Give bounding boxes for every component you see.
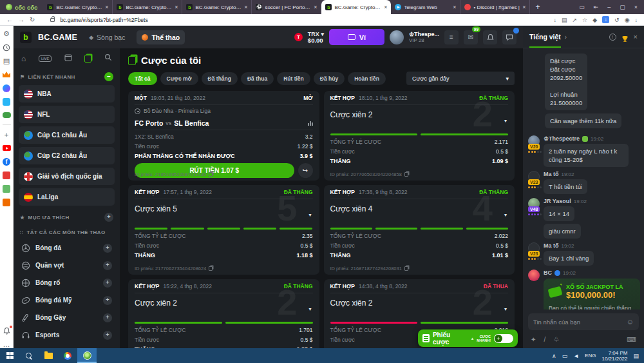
sidebar-sport-esports[interactable]: Esports+ <box>19 326 115 344</box>
sidebar-item-laliga[interactable]: LaLiga <box>19 188 115 206</box>
copy-icon[interactable] <box>404 266 408 271</box>
betslip-button[interactable]: Phiếu cược ▴ CƯỢC NHANH! <box>418 329 518 347</box>
share-icon[interactable]: ↗ <box>573 17 578 23</box>
downloader-extension-icon[interactable]: ↓ <box>602 16 609 23</box>
sidebar-item-uel[interactable]: Cúp C2 châu Âu <box>19 147 115 164</box>
games-gamepad-icon[interactable] <box>3 111 11 119</box>
sidebar-sport-basketball[interactable]: Bóng rổ+ <box>19 274 115 291</box>
tray-expand-icon[interactable]: ∧ <box>552 353 556 359</box>
sidebar-item-ucl[interactable]: Cúp C1 châu Âu <box>19 126 115 144</box>
leaderboard-icon[interactable]: ≡ <box>444 30 459 44</box>
notifications-bell-icon[interactable] <box>483 30 497 44</box>
search-icon[interactable] <box>104 54 112 63</box>
close-tab-icon[interactable]: × <box>314 4 317 10</box>
tab-bcgame-2[interactable]: bBC.Game: Crypto Casino× <box>113 0 182 14</box>
history-sync-icon[interactable]: ↺ <box>614 17 620 23</box>
commands-icon[interactable]: / <box>544 336 545 343</box>
stats-icon[interactable] <box>308 121 313 126</box>
sidebar-sport-amfootball[interactable]: Bóng đá Mỹ+ <box>19 291 115 309</box>
wallet-button[interactable]: Ví <box>329 29 384 45</box>
coin-rain-icon[interactable]: ✦ <box>531 336 536 343</box>
my-bets-icon[interactable] <box>84 55 91 63</box>
add-favorite-button[interactable]: + <box>104 213 113 222</box>
filter-cashout[interactable]: Rút tiền <box>277 72 310 85</box>
sidebar-item-championship[interactable]: Giải vô địch quốc gia <box>19 168 115 185</box>
user-avatar[interactable] <box>390 30 404 44</box>
new-tab-button[interactable]: + <box>530 3 545 12</box>
trophy-icon[interactable] <box>621 34 629 41</box>
window-minimize-button[interactable]: – <box>607 4 611 10</box>
rules-icon[interactable]: ♧ <box>553 336 559 343</box>
reload-button[interactable]: ↻ <box>30 16 35 23</box>
add-sport-button[interactable]: + <box>103 313 112 322</box>
history-clock-icon[interactable] <box>3 43 11 52</box>
add-sport-button[interactable]: + <box>103 261 112 270</box>
expand-caret-icon[interactable]: ▾ <box>308 212 311 218</box>
chat-username[interactable]: BC <box>544 270 552 276</box>
add-shortcut-button[interactable]: + <box>3 130 11 139</box>
taskbar-clock[interactable]: 7:04 PM 10/21/2022 <box>601 350 627 362</box>
chrome-icon[interactable] <box>58 348 77 363</box>
reading-list-icon[interactable]: ▤ <box>3 57 11 65</box>
promo-sale-icon[interactable] <box>3 171 11 179</box>
chat-username[interactable]: Ma tố <box>544 242 559 249</box>
bcgame-logo[interactable]: b <box>20 32 32 43</box>
window-close-button[interactable]: × <box>634 4 638 10</box>
filter-won[interactable]: Đã thắng <box>202 72 238 85</box>
filter-cancelled[interactable]: Đã hủy <box>314 72 345 85</box>
bet-card-combo[interactable]: KẾT HỢP17:57, 1 thg 9, 2022ĐÃ THẮNG Cược… <box>128 185 319 275</box>
bc-bot-avatar[interactable] <box>528 270 540 281</box>
downloads-tray-icon[interactable]: ↓ <box>635 17 638 23</box>
chevron-right-icon[interactable]: › <box>565 34 567 41</box>
sidebar-item-nba[interactable]: NBA <box>19 85 115 103</box>
chat-input-box[interactable]: ☺ <box>528 313 639 330</box>
facebook-icon[interactable]: f <box>3 157 11 166</box>
start-button[interactable] <box>0 348 19 363</box>
calendar-icon[interactable] <box>64 54 72 63</box>
profile-avatar-icon[interactable]: ◉ <box>625 17 630 23</box>
sidebar-sport-tennis[interactable]: Quần vợt+ <box>19 257 115 274</box>
add-sport-button[interactable]: + <box>103 331 112 340</box>
sidebar-sport-soccer[interactable]: Bóng đá+ <box>19 239 115 257</box>
bet-card-combo[interactable]: KẾT HỢP17:38, 9 thg 8, 2022ĐÃ THẮNG Cược… <box>324 185 515 275</box>
filter-open[interactable]: Cược mở <box>160 72 198 85</box>
add-sport-button[interactable]: + <box>103 296 112 305</box>
file-explorer-icon[interactable] <box>39 348 58 363</box>
sidebar-sport-cricket[interactable]: Bóng Gậy+ <box>19 309 115 326</box>
tab-bcgame-1[interactable]: bBC.Game: Crypto Casino× <box>43 0 113 14</box>
close-tab-icon[interactable]: × <box>384 4 387 10</box>
close-tab-icon[interactable]: × <box>105 4 108 10</box>
mail-icon[interactable]: ✉99 <box>464 30 478 44</box>
match-name[interactable]: FC PortovsSL Benfica <box>135 117 313 130</box>
ssl-lock-icon[interactable] <box>50 18 55 22</box>
window-maximize-button[interactable]: ▢ <box>620 4 625 10</box>
copy-icon[interactable] <box>209 266 213 271</box>
nav-casino[interactable]: ◆ Sòng bạc <box>84 30 130 44</box>
taskbar-search-icon[interactable] <box>19 348 39 363</box>
bookmark-star-icon[interactable]: ☆ <box>582 17 587 23</box>
coccoc-taskbar-icon[interactable] <box>77 348 97 363</box>
chat-username[interactable]: JR Yasoul <box>544 198 571 204</box>
tab-telegram[interactable]: ▸Telegram Web× <box>391 0 460 14</box>
emoji-icon[interactable]: ☺ <box>627 318 634 326</box>
gif-keyboard-icon[interactable]: ⌨ <box>627 336 636 343</box>
share-bet-button[interactable]: ↪ <box>298 163 313 178</box>
notification-bell-icon[interactable] <box>3 326 11 335</box>
add-sport-button[interactable]: + <box>103 244 112 253</box>
youtube-icon[interactable] <box>3 144 11 152</box>
language-indicator[interactable]: ENG <box>585 353 596 358</box>
filter-refund[interactable]: Hoàn tiền <box>348 72 386 85</box>
chat-username[interactable]: Ma tố <box>544 171 559 177</box>
sidebar-sport-fifa[interactable]: FIFA+ <box>19 344 115 348</box>
restore-tab-icon[interactable]: ⇤ <box>594 4 599 10</box>
copy-icon[interactable] <box>209 172 213 177</box>
live-icon[interactable]: LIVE <box>39 55 52 62</box>
close-tab-icon[interactable]: × <box>453 4 456 10</box>
action-center-icon[interactable]: ▤ <box>633 353 639 359</box>
expand-caret-icon[interactable]: ▾ <box>504 118 507 124</box>
chat-language-tab[interactable]: Tiếng việt <box>529 33 561 41</box>
sidebar-item-nfl[interactable]: NFL <box>19 106 115 123</box>
zalo-icon[interactable] <box>3 97 11 106</box>
collapse-button[interactable]: – <box>104 72 113 81</box>
chat-rules-icon[interactable]: ! <box>609 34 616 41</box>
